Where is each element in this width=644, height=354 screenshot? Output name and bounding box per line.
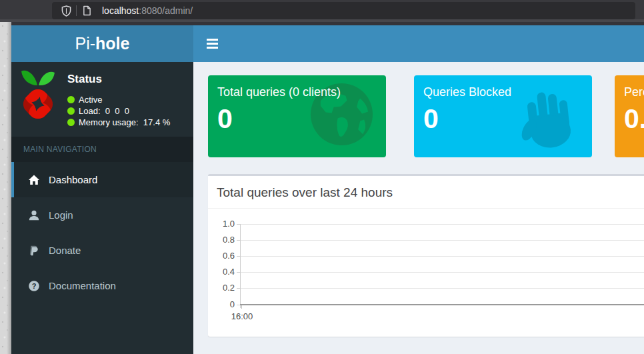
user-icon bbox=[28, 209, 43, 221]
card-value: 0.0% bbox=[615, 105, 644, 133]
status-title: Status bbox=[67, 73, 170, 86]
y-axis-label: 0.6 bbox=[208, 251, 235, 261]
desktop-background bbox=[0, 22, 11, 354]
top-navbar bbox=[193, 25, 644, 62]
sidebar-item-label: Donate bbox=[49, 245, 81, 256]
card-value: 0 bbox=[208, 105, 386, 133]
home-icon bbox=[28, 174, 43, 186]
hamburger-icon[interactable] bbox=[207, 37, 218, 51]
x-axis-line bbox=[240, 304, 644, 305]
card-title: Total queries (0 clients) bbox=[208, 75, 386, 99]
divider bbox=[76, 5, 77, 16]
nav-section-header: MAIN NAVIGATION bbox=[11, 137, 193, 162]
gridline bbox=[240, 288, 644, 289]
status-dot bbox=[67, 96, 75, 103]
status-dot bbox=[67, 119, 75, 126]
panel-header: Total queries over last 24 hours bbox=[208, 176, 644, 209]
shield-icon[interactable] bbox=[57, 3, 75, 18]
gridline bbox=[240, 272, 644, 273]
card-queries-blocked: Queries Blocked 0 bbox=[414, 75, 592, 157]
status-dot bbox=[67, 107, 75, 115]
paypal-icon bbox=[28, 245, 43, 257]
sidebar-item-login[interactable]: Login bbox=[11, 197, 193, 233]
sidebar: Status Active Load: 0 0 0 Memory usage: … bbox=[11, 62, 193, 354]
y-axis-label: 0.8 bbox=[208, 235, 235, 245]
url-host: localhost bbox=[102, 5, 139, 16]
queries-over-time-chart: 1.0 0.8 0.6 0.4 0.2 0 16:00 bbox=[208, 211, 644, 337]
status-line-active: Active bbox=[67, 94, 170, 105]
url-text[interactable]: localhost:8080/admin/ bbox=[102, 5, 193, 16]
screen: localhost:8080/admin/ Pi-hole bbox=[0, 0, 644, 354]
card-total-queries: Total queries (0 clients) 0 bbox=[208, 75, 386, 157]
y-axis-line bbox=[240, 224, 241, 308]
status-text-block: Status Active Load: 0 0 0 Memory usage: … bbox=[67, 73, 170, 128]
address-bar[interactable]: localhost:8080/admin/ bbox=[52, 2, 635, 19]
y-axis-label: 0.4 bbox=[208, 267, 235, 277]
gridline bbox=[240, 256, 644, 257]
svg-text:?: ? bbox=[32, 282, 37, 290]
toolbar-edge bbox=[0, 19, 644, 22]
logo-text-bold: hole bbox=[95, 34, 129, 53]
page-icon[interactable] bbox=[78, 3, 95, 18]
question-circle-icon: ? bbox=[28, 280, 43, 292]
url-path: :8080/admin/ bbox=[139, 5, 193, 16]
gridline bbox=[240, 240, 644, 241]
status-line-load: Load: 0 0 0 bbox=[67, 105, 170, 117]
card-percent-blocked: Percent Blocked 0.0% bbox=[615, 75, 644, 157]
gridline bbox=[240, 224, 644, 225]
x-axis-label: 16:00 bbox=[227, 311, 257, 321]
x-tick bbox=[241, 305, 242, 309]
y-axis-label: 1.0 bbox=[208, 219, 235, 229]
window-edge bbox=[0, 22, 644, 25]
sidebar-item-dashboard[interactable]: Dashboard bbox=[11, 162, 193, 197]
logo-text-prefix: Pi- bbox=[75, 34, 96, 53]
sidebar-item-label: Login bbox=[49, 209, 73, 221]
sidebar-item-donate[interactable]: Donate bbox=[11, 233, 193, 268]
sidebar-item-label: Documentation bbox=[49, 280, 116, 291]
y-axis-label: 0 bbox=[208, 299, 235, 309]
status-panel: Status Active Load: 0 0 0 Memory usage: … bbox=[11, 62, 193, 137]
card-title: Percent Blocked bbox=[615, 75, 644, 99]
card-value: 0 bbox=[414, 105, 592, 133]
status-line-memory: Memory usage: 17.4 % bbox=[67, 117, 170, 128]
card-title: Queries Blocked bbox=[414, 75, 592, 99]
browser-toolbar: localhost:8080/admin/ bbox=[0, 0, 644, 19]
y-axis-label: 0.2 bbox=[208, 283, 235, 293]
queries-chart-panel: Total queries over last 24 hours 1.0 0.8 bbox=[208, 174, 644, 337]
pihole-page: Pi-hole bbox=[11, 25, 644, 354]
chart-title: Total queries over last 24 hours bbox=[208, 176, 644, 200]
pihole-logo[interactable]: Pi-hole bbox=[11, 25, 193, 62]
sidebar-item-documentation[interactable]: ? Documentation bbox=[11, 268, 193, 303]
raspberry-logo-icon bbox=[20, 66, 56, 130]
sidebar-item-label: Dashboard bbox=[49, 174, 97, 185]
